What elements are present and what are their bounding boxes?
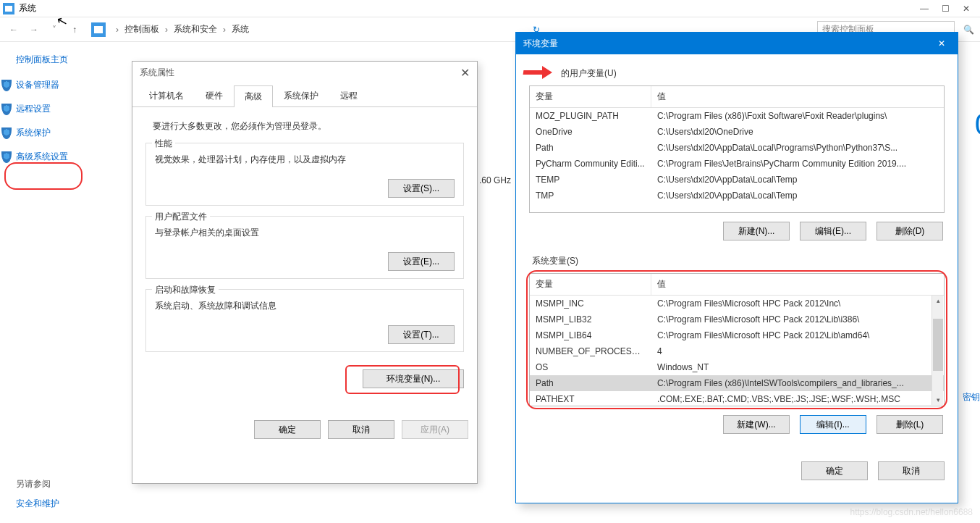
dialog-footer: 确定 取消 应用(A) bbox=[132, 413, 477, 446]
control-panel-home[interactable]: 控制面板主页 bbox=[16, 54, 123, 66]
back-button[interactable]: ← bbox=[6, 22, 22, 38]
breadcrumb[interactable]: › 控制面板 › 系统和安全 › 系统 bbox=[110, 23, 255, 35]
apply-button[interactable]: 应用(A) bbox=[402, 420, 468, 439]
var-value: C:\Program Files (x86)\Foxit Software\Fo… bbox=[651, 108, 944, 124]
table-row[interactable]: MSMPI_INCC:\Program Files\Microsoft HPC … bbox=[530, 296, 944, 311]
var-name: MOZ_PLUGIN_PATH bbox=[530, 108, 651, 124]
search-icon[interactable]: 🔍 bbox=[963, 25, 974, 35]
var-name: Path bbox=[530, 375, 651, 391]
table-header: 变量 值 bbox=[530, 86, 944, 108]
user-vars-table[interactable]: 变量 值 MOZ_PLUGIN_PATHC:\Program Files (x8… bbox=[529, 85, 945, 213]
windows10-fragment: 0 bbox=[975, 107, 980, 142]
user-delete-button[interactable]: 删除(D) bbox=[876, 222, 943, 240]
table-row[interactable]: MSMPI_LIB64C:\Program Files\Microsoft HP… bbox=[530, 327, 944, 343]
performance-settings-button[interactable]: 设置(S)... bbox=[388, 179, 455, 198]
sidebar-item-advanced[interactable]: 高级系统设置 bbox=[16, 151, 123, 163]
tabs: 计算机名 硬件 高级 系统保护 远程 bbox=[132, 85, 477, 107]
sys-edit-button[interactable]: 编辑(I)... bbox=[800, 415, 866, 434]
col-value[interactable]: 值 bbox=[651, 86, 944, 107]
table-row[interactable]: NUMBER_OF_PROCESSORS4 bbox=[530, 343, 944, 359]
ok-button[interactable]: 确定 bbox=[801, 461, 868, 480]
sidebar: 控制面板主页 设备管理器 远程设置 系统保护 高级系统设置 bbox=[0, 42, 130, 175]
environment-variables-dialog: 环境变量 ✕ 的用户变量(U) 变量 值 MOZ_PLUGIN_PATHC:\P… bbox=[515, 32, 958, 503]
system-vars-table[interactable]: 变量 值 MSMPI_INCC:\Program Files\Microsoft… bbox=[529, 273, 945, 406]
table-row[interactable]: OneDriveC:\Users\dxl20\OneDrive bbox=[530, 124, 944, 140]
tab-protection[interactable]: 系统保护 bbox=[273, 85, 329, 106]
shield-icon bbox=[1, 151, 12, 163]
ok-button[interactable]: 确定 bbox=[254, 420, 321, 439]
close-icon[interactable]: ✕ bbox=[460, 66, 470, 80]
table-row[interactable]: MSMPI_LIB32C:\Program Files\Microsoft HP… bbox=[530, 311, 944, 327]
table-row[interactable]: PathC:\Program Files (x86)\IntelSWTools\… bbox=[530, 375, 944, 391]
user-edit-button[interactable]: 编辑(E)... bbox=[800, 222, 866, 240]
minimize-button[interactable]: — bbox=[920, 4, 929, 14]
forward-button[interactable]: → bbox=[26, 22, 42, 38]
crumb-system-security[interactable]: 系统和安全 bbox=[174, 23, 217, 35]
var-name: NUMBER_OF_PROCESSORS bbox=[530, 343, 651, 359]
table-row[interactable]: OSWindows_NT bbox=[530, 359, 944, 375]
sys-delete-button[interactable]: 删除(L) bbox=[876, 415, 943, 434]
scroll-up-icon[interactable]: ▴ bbox=[933, 296, 943, 306]
close-icon[interactable]: ✕ bbox=[933, 35, 950, 52]
table-row[interactable]: PathC:\Users\dxl20\AppData\Local\Program… bbox=[530, 140, 944, 156]
var-name: TMP bbox=[530, 188, 651, 204]
chevron-right-icon: › bbox=[165, 25, 168, 35]
table-row[interactable]: PATHEXT.COM;.EXE;.BAT;.CMD;.VBS;.VBE;.JS… bbox=[530, 391, 944, 406]
group-performance: 性能 视觉效果，处理器计划，内存使用，以及虚拟内存 设置(S)... bbox=[145, 143, 464, 206]
user-new-button[interactable]: 新建(N)... bbox=[723, 222, 790, 240]
sidebar-item-label: 设备管理器 bbox=[16, 79, 59, 91]
var-value: C:\Program Files\Microsoft HPC Pack 2012… bbox=[651, 311, 944, 327]
var-name: OneDrive bbox=[530, 124, 651, 140]
table-row[interactable]: TEMPC:\Users\dxl20\AppData\Local\Temp bbox=[530, 172, 944, 188]
product-key-link[interactable]: 密钥 bbox=[963, 391, 980, 403]
user-vars-label: 的用户变量(U) bbox=[529, 67, 945, 80]
security-maintenance-link[interactable]: 安全和维护 bbox=[16, 498, 59, 510]
var-name: PATHEXT bbox=[530, 391, 651, 406]
dialog-titlebar[interactable]: 系统属性 ✕ bbox=[132, 62, 477, 83]
var-name: MSMPI_LIB64 bbox=[530, 327, 651, 343]
var-value: C:\Program Files\JetBrains\PyCharm Commu… bbox=[651, 156, 944, 172]
cancel-button[interactable]: 取消 bbox=[328, 420, 394, 439]
sidebar-item-device-manager[interactable]: 设备管理器 bbox=[16, 79, 123, 91]
var-name: Path bbox=[530, 140, 651, 156]
userprofile-settings-button[interactable]: 设置(E)... bbox=[388, 252, 455, 271]
var-value: Windows_NT bbox=[651, 359, 944, 375]
group-title: 启动和故障恢复 bbox=[152, 284, 219, 296]
maximize-button[interactable]: ☐ bbox=[942, 4, 950, 14]
sidebar-item-protection[interactable]: 系统保护 bbox=[16, 127, 123, 139]
close-button[interactable]: ✕ bbox=[963, 4, 970, 14]
tab-remote[interactable]: 远程 bbox=[329, 85, 368, 106]
environment-variables-button[interactable]: 环境变量(N)... bbox=[363, 369, 464, 388]
table-row[interactable]: MOZ_PLUGIN_PATHC:\Program Files (x86)\Fo… bbox=[530, 108, 944, 124]
user-section-text: 的用户变量(U) bbox=[561, 68, 617, 78]
sidebar-item-remote[interactable]: 远程设置 bbox=[16, 103, 123, 115]
annotation-arrow-icon bbox=[523, 66, 554, 79]
tab-advanced[interactable]: 高级 bbox=[234, 85, 273, 107]
ev-titlebar[interactable]: 环境变量 ✕ bbox=[516, 33, 958, 54]
var-value: C:\Users\dxl20\OneDrive bbox=[651, 124, 944, 140]
admin-note: 要进行大多数更改，您必须作为管理员登录。 bbox=[153, 120, 457, 133]
dialog-title: 系统属性 bbox=[140, 67, 174, 79]
cpu-speed-fragment: .60 GHz bbox=[478, 174, 512, 187]
col-value[interactable]: 值 bbox=[651, 274, 944, 295]
scrollbar[interactable]: ▴ ▾ bbox=[932, 296, 943, 405]
table-row[interactable]: PyCharm Community Editi...C:\Program Fil… bbox=[530, 156, 944, 172]
scroll-down-icon[interactable]: ▾ bbox=[933, 395, 943, 405]
scroll-thumb[interactable] bbox=[933, 319, 943, 371]
var-value: 4 bbox=[651, 343, 944, 359]
shield-icon bbox=[1, 127, 12, 139]
tab-computer-name[interactable]: 计算机名 bbox=[138, 85, 195, 106]
col-variable[interactable]: 变量 bbox=[530, 274, 651, 295]
tab-hardware[interactable]: 硬件 bbox=[195, 85, 234, 106]
crumb-system[interactable]: 系统 bbox=[232, 23, 249, 35]
see-also-label: 另请参阅 bbox=[16, 478, 59, 490]
cancel-button[interactable]: 取消 bbox=[878, 461, 945, 480]
startup-settings-button[interactable]: 设置(T)... bbox=[388, 325, 455, 344]
up-button[interactable]: ↑ bbox=[67, 22, 83, 38]
sys-new-button[interactable]: 新建(W)... bbox=[723, 415, 790, 434]
col-variable[interactable]: 变量 bbox=[530, 86, 651, 107]
crumb-control-panel[interactable]: 控制面板 bbox=[124, 23, 159, 35]
table-row[interactable]: TMPC:\Users\dxl20\AppData\Local\Temp bbox=[530, 188, 944, 204]
var-value: C:\Users\dxl20\AppData\Local\Temp bbox=[651, 188, 944, 204]
var-name: PyCharm Community Editi... bbox=[530, 156, 651, 172]
